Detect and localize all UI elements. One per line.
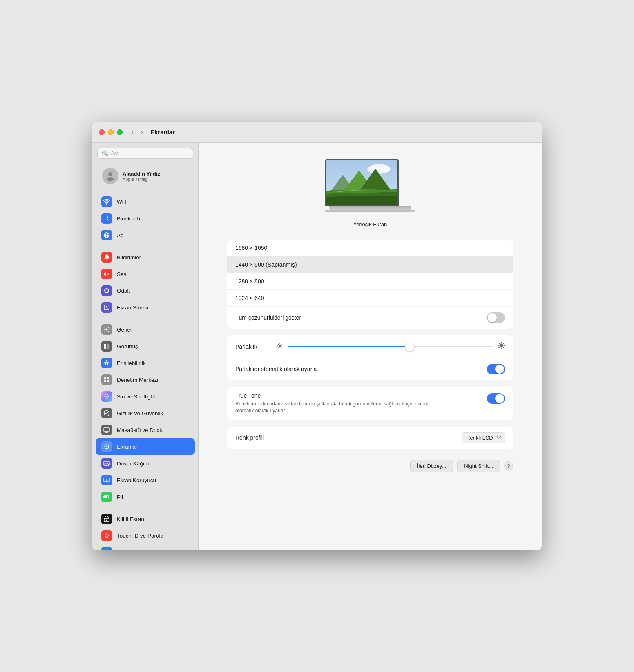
- resolution-1280[interactable]: 1280 × 800: [227, 273, 513, 290]
- accessibility-icon: [101, 358, 112, 368]
- sidebar-item-network[interactable]: Ağ: [96, 227, 195, 243]
- color-profile-label: Renk profili: [235, 434, 264, 441]
- back-button[interactable]: ‹: [129, 127, 136, 137]
- sidebar-item-touchid[interactable]: Touch ID ve Parola: [96, 527, 195, 544]
- sidebar-item-label-appearance: Görünüş: [117, 343, 138, 349]
- resolution-list: 1680 × 1050 1440 × 900 (Saptanmış) 1280 …: [227, 240, 513, 306]
- truetone-card: True Tone Renklerin farklı ortam ışıklan…: [227, 387, 513, 420]
- sidebar-item-control[interactable]: Denetim Merkezi: [96, 372, 195, 388]
- brightness-row: Parlaklık: [227, 335, 513, 358]
- wallpaper-icon: [101, 458, 112, 469]
- sidebar-item-label-sound: Ses: [117, 271, 126, 277]
- brightness-slider[interactable]: [288, 346, 493, 347]
- sidebar-item-desktop[interactable]: Masaüstü ve Dock: [96, 422, 195, 438]
- sidebar-item-screensaver[interactable]: Ekran Koruyucu: [96, 472, 195, 488]
- resolution-1680[interactable]: 1680 × 1050: [227, 240, 513, 256]
- sidebar-item-wifi[interactable]: Wi-Fi: [96, 194, 195, 210]
- sidebar-item-wallpaper[interactable]: Duvar Kâğıdı: [96, 455, 195, 472]
- show-all-resolutions-row: Tüm çözünürlükleri göster: [227, 306, 513, 329]
- forward-button[interactable]: ›: [138, 127, 145, 137]
- sidebar-item-lockscreen[interactable]: Kilitli Ekran: [96, 511, 195, 527]
- sidebar-item-bluetooth[interactable]: Bluetooth: [96, 210, 195, 227]
- user-name: Alaaddin Yildiz: [123, 171, 160, 177]
- avatar: [102, 168, 118, 184]
- sidebar-item-screentime[interactable]: Ekran Süresi: [96, 299, 195, 316]
- laptop-base: [329, 206, 411, 210]
- user-profile[interactable]: Alaaddin Yildiz Apple Kimliği: [96, 164, 195, 188]
- sidebar-item-label-screensaver: Ekran Koruyucu: [117, 477, 156, 483]
- svg-rect-7: [104, 344, 106, 349]
- svg-point-9: [106, 360, 107, 362]
- svg-point-35: [381, 166, 391, 173]
- svg-point-27: [105, 550, 107, 551]
- color-profile-select[interactable]: Renkli LCD sRGB Adobe RGB P3: [462, 432, 505, 443]
- brightness-card: Parlaklık Parlaklığı otomatik olarak aya…: [227, 335, 513, 380]
- close-button[interactable]: [99, 129, 105, 135]
- sidebar-item-general[interactable]: Genel: [96, 321, 195, 338]
- display-name-label: Yerleşik Ekran: [353, 221, 387, 227]
- auto-brightness-toggle[interactable]: [487, 364, 505, 374]
- sidebar-item-privacy[interactable]: Gizlilik ve Güvenlik: [96, 405, 195, 421]
- svg-point-39: [279, 345, 281, 347]
- svg-rect-23: [104, 496, 107, 498]
- show-all-resolutions-label: Tüm çözünürlükleri göster: [235, 314, 301, 321]
- svg-line-54: [503, 347, 504, 348]
- touchid-icon: [101, 530, 112, 541]
- traffic-lights: [99, 129, 123, 135]
- svg-rect-12: [104, 380, 106, 382]
- nightshift-button[interactable]: Night Shift...: [457, 460, 500, 472]
- resolution-1024[interactable]: 1024 × 640: [227, 290, 513, 306]
- sidebar-item-focus[interactable]: Odak: [96, 283, 195, 299]
- bluetooth-icon: [101, 213, 112, 224]
- sidebar-item-label-general: Genel: [117, 327, 132, 333]
- color-profile-card: Renk profili Renkli LCD sRGB Adobe RGB P…: [227, 427, 513, 449]
- titlebar: ‹ › Ekranlar: [92, 122, 542, 143]
- show-all-resolutions-toggle[interactable]: [487, 312, 505, 323]
- svg-line-46: [281, 344, 281, 345]
- help-button[interactable]: ?: [504, 461, 513, 470]
- auto-brightness-label: Parlaklığı otomatik olarak ayarla: [235, 366, 317, 372]
- truetone-title: True Tone: [235, 392, 480, 399]
- brightness-label: Parlaklık: [235, 343, 272, 350]
- sidebar-item-label-displays: Ekranlar: [117, 444, 137, 450]
- svg-line-44: [278, 344, 279, 345]
- sidebar-item-siri[interactable]: Siri ve Spotlight: [96, 388, 195, 405]
- resolution-1440[interactable]: 1440 × 900 (Saptanmış): [227, 256, 513, 273]
- search-box[interactable]: 🔍: [97, 148, 193, 159]
- sidebar-section-preferences: Genel Görünüş Erişilebilirlik: [92, 319, 198, 509]
- sidebar-item-label-wifi: Wi-Fi: [117, 199, 129, 205]
- sidebar-item-displays[interactable]: Ekranlar: [96, 438, 195, 455]
- laptop-container: [325, 159, 415, 212]
- brightness-min-icon: [277, 343, 283, 350]
- laptop-screen: [325, 159, 399, 206]
- sidebar-item-label-siri: Siri ve Spotlight: [117, 394, 155, 400]
- sidebar-item-notifications[interactable]: Bildirimler: [96, 249, 195, 265]
- svg-line-47: [278, 347, 279, 347]
- sidebar-item-sound[interactable]: Ses: [96, 266, 195, 282]
- sidebar-item-label-accessibility: Erişilebilirlik: [117, 360, 146, 366]
- minimize-button[interactable]: [108, 129, 114, 135]
- truetone-toggle[interactable]: [487, 393, 505, 404]
- sidebar-item-label-wallpaper: Duvar Kâğıdı: [117, 461, 149, 467]
- sidebar-item-users[interactable]: Kullanıcılar ve Gruplar: [96, 544, 195, 550]
- svg-line-53: [499, 343, 500, 344]
- svg-point-17: [106, 446, 107, 447]
- advanced-button[interactable]: İleri Düzey...: [410, 460, 453, 472]
- desktop-icon: [101, 425, 112, 435]
- sidebar-item-accessibility[interactable]: Erişilebilirlik: [96, 355, 195, 371]
- sidebar-item-label-control: Denetim Merkezi: [117, 377, 158, 383]
- resolution-card: 1680 × 1050 1440 × 900 (Saptanmış) 1280 …: [227, 240, 513, 329]
- network-icon: [101, 230, 112, 240]
- truetone-desc: Renklerin farklı ortam ışıklandırma koşu…: [235, 401, 440, 414]
- sidebar-item-label-screentime: Ekran Süresi: [117, 305, 148, 311]
- maximize-button[interactable]: [117, 129, 123, 135]
- svg-line-56: [499, 347, 500, 348]
- general-icon: [101, 324, 112, 335]
- svg-rect-10: [104, 377, 106, 379]
- sidebar-item-appearance[interactable]: Görünüş: [96, 338, 195, 354]
- display-preview: Yerleşik Ekran: [317, 143, 423, 240]
- search-input[interactable]: [111, 150, 189, 156]
- sound-icon: [101, 269, 112, 279]
- svg-point-21: [106, 479, 107, 481]
- sidebar-item-battery[interactable]: Pil: [96, 489, 195, 505]
